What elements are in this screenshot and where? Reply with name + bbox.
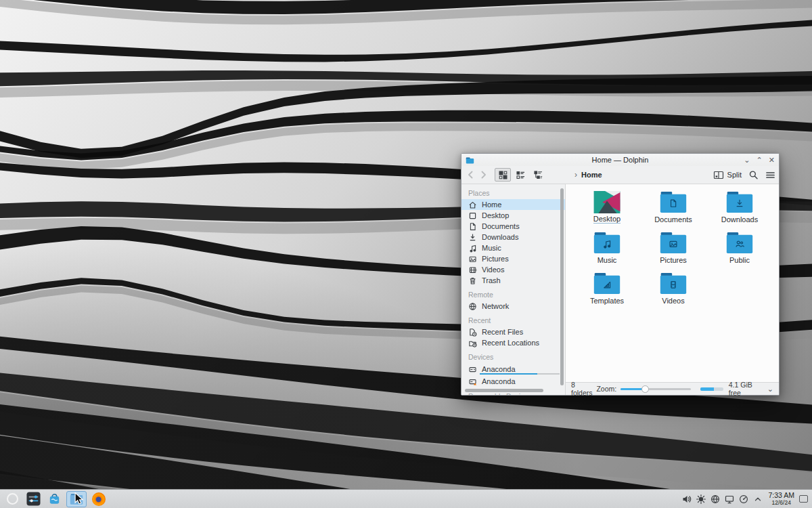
folder-item-public[interactable]: Public	[706, 229, 773, 270]
folder-label: Music	[597, 256, 617, 264]
gauge-icon	[738, 494, 749, 505]
sidebar-item-network[interactable]: Network	[461, 301, 565, 312]
disk-usage-bar	[480, 373, 560, 375]
folder-item-desktop[interactable]: Desktop	[574, 188, 640, 229]
desktop-thumbnail-icon	[593, 191, 621, 213]
app-launcher-button[interactable]	[3, 491, 21, 507]
sidebar-item-pictures[interactable]: Pictures	[461, 253, 565, 264]
hamburger-menu-icon[interactable]	[765, 170, 775, 180]
tray-volume[interactable]	[681, 493, 693, 505]
sidebar-horizontal-scrollbar[interactable]	[465, 389, 543, 392]
sidebar-item-videos[interactable]: Videos	[461, 264, 565, 275]
split-label: Split	[727, 171, 742, 179]
show-desktop-button[interactable]	[799, 495, 808, 503]
zoom-slider-handle[interactable]	[641, 385, 649, 393]
maximize-button[interactable]: ⌃	[757, 154, 763, 165]
split-view-icon	[713, 170, 724, 180]
folder-item-music[interactable]: Music	[574, 229, 640, 270]
sidebar-item-desktop[interactable]: Desktop	[461, 210, 565, 221]
folder-item-videos[interactable]: Videos	[640, 270, 706, 310]
firefox-icon	[92, 492, 106, 506]
folder-item-documents[interactable]: Documents	[640, 188, 706, 229]
sidebar-item-anaconda-1[interactable]: Anaconda	[461, 363, 565, 375]
chevron-up-icon	[753, 494, 763, 504]
folder-view: Desktop Documents Do	[566, 184, 779, 382]
document-icon	[468, 222, 477, 231]
back-button[interactable]	[465, 169, 477, 181]
section-places: Places	[468, 189, 565, 197]
compact-view-button[interactable]	[512, 168, 528, 182]
details-view-icon	[534, 171, 543, 179]
home-icon	[468, 200, 477, 209]
sidebar-vertical-scrollbar[interactable]	[560, 188, 564, 385]
music-note-icon	[468, 244, 477, 253]
section-remote: Remote	[468, 291, 565, 299]
folder-label: Downloads	[721, 215, 758, 224]
mouse-cursor	[74, 492, 84, 504]
sidebar-item-recent-files[interactable]: Recent Files	[461, 326, 565, 337]
breadcrumb[interactable]: › Home	[574, 170, 602, 179]
desktop-icon	[468, 211, 477, 220]
sidebar-item-documents[interactable]: Documents	[461, 221, 565, 232]
folder-item-templates[interactable]: Templates	[574, 270, 640, 310]
folder-item-pictures[interactable]: Pictures	[640, 229, 706, 270]
brightness-icon	[696, 494, 706, 505]
folder-label: Templates	[590, 297, 624, 305]
places-panel: Places Home Desktop Documents Downloads …	[461, 184, 566, 395]
folder-label: Documents	[654, 215, 692, 224]
sidebar-item-downloads[interactable]: Downloads	[461, 232, 565, 242]
hard-drive-unmounted-icon	[468, 377, 477, 386]
sidebar-item-anaconda-2[interactable]: Anaconda	[461, 375, 565, 387]
sidebar-item-music[interactable]: Music	[461, 242, 565, 253]
section-devices: Devices	[468, 353, 565, 361]
folder-icon	[659, 190, 687, 214]
folder-label: Pictures	[660, 256, 687, 264]
sidebar-item-home[interactable]: Home	[461, 199, 565, 210]
taskbar-item-discover[interactable]	[45, 491, 63, 507]
icons-view-icon	[499, 171, 508, 179]
tray-expand[interactable]	[752, 493, 764, 505]
tray-status[interactable]	[738, 493, 750, 505]
dolphin-window: Home — Dolphin ⌄ ⌃ ✕ › Home Split	[461, 153, 780, 396]
trash-icon	[468, 276, 477, 285]
icons-view-button[interactable]	[495, 168, 511, 182]
recent-locations-icon	[468, 339, 477, 347]
folder-icon	[725, 231, 754, 255]
digital-clock[interactable]: 7:33 AM 12/6/24	[768, 492, 794, 506]
forward-icon	[478, 169, 489, 180]
compact-view-icon	[516, 171, 525, 179]
hard-drive-icon	[468, 365, 477, 374]
window-titlebar[interactable]: Home — Dolphin ⌄ ⌃ ✕	[461, 154, 779, 166]
clock-date: 12/6/24	[768, 500, 794, 506]
system-settings-icon	[26, 492, 41, 506]
network-globe-icon	[468, 302, 477, 311]
sidebar-item-trash[interactable]: Trash	[461, 275, 565, 286]
free-space-label: 4.1 GiB free	[729, 381, 764, 397]
back-icon	[466, 169, 476, 180]
folder-item-downloads[interactable]: Downloads	[706, 188, 773, 229]
network-icon	[710, 494, 721, 505]
free-space-bar	[700, 387, 723, 391]
split-button[interactable]: Split	[713, 170, 742, 180]
close-button[interactable]: ✕	[769, 154, 775, 165]
search-icon[interactable]	[748, 170, 759, 180]
tray-display[interactable]	[723, 493, 736, 505]
sidebar-item-recent-locations[interactable]: Recent Locations	[461, 337, 565, 348]
taskbar-item-settings[interactable]	[24, 491, 42, 507]
minimize-button[interactable]: ⌄	[744, 154, 750, 165]
status-bar: 8 folders Zoom: 4.1 GiB free ⌄	[566, 382, 779, 395]
zoom-slider[interactable]	[621, 385, 691, 393]
chevron-right-icon: ›	[574, 170, 577, 179]
chevron-down-icon[interactable]: ⌄	[767, 385, 773, 394]
zoom-label: Zoom:	[596, 385, 616, 393]
taskbar-item-firefox[interactable]	[90, 491, 108, 507]
tray-network[interactable]	[709, 493, 721, 505]
details-view-button[interactable]	[530, 168, 546, 182]
volume-icon	[681, 494, 692, 505]
forward-button[interactable]	[477, 169, 489, 181]
breadcrumb-home[interactable]: Home	[581, 171, 602, 179]
window-title: Home — Dolphin	[461, 156, 779, 164]
picture-icon	[468, 255, 477, 263]
folder-label: Desktop	[593, 215, 621, 224]
tray-brightness[interactable]	[695, 493, 707, 505]
